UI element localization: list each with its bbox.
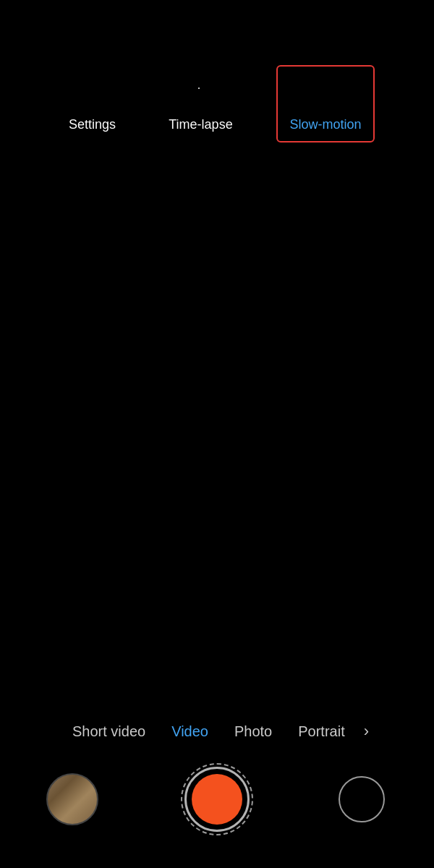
turtle-icon (308, 75, 343, 110)
camera-action-controls (0, 760, 434, 846)
viewfinder (0, 164, 434, 705)
top-mode-bar: Settings (0, 0, 434, 164)
last-photo-thumbnail[interactable] (46, 773, 98, 825)
more-modes-icon[interactable]: › (358, 718, 375, 745)
settings-mode[interactable]: Settings (59, 75, 124, 132)
svg-point-3 (198, 88, 200, 89)
slowmotion-label: Slow-motion (289, 117, 361, 132)
bottom-controls: Short video Video Photo Portrait › (0, 705, 434, 868)
svg-point-0 (88, 88, 96, 97)
tab-photo[interactable]: Photo (221, 719, 285, 744)
timelapse-label: Time-lapse (169, 117, 232, 132)
slowmotion-mode[interactable]: Slow-motion (276, 65, 374, 142)
gear-icon (75, 75, 109, 110)
tab-portrait[interactable]: Portrait (285, 719, 357, 744)
timelapse-mode[interactable]: Time-lapse (168, 75, 233, 132)
tab-video[interactable]: Video (158, 719, 221, 744)
settings-label: Settings (69, 117, 116, 132)
flip-camera-button[interactable] (339, 776, 385, 822)
mode-tabs-bar: Short video Video Photo Portrait › (0, 705, 434, 760)
shutter-ring (184, 767, 250, 832)
shutter-button[interactable] (192, 774, 242, 825)
thumbnail-control (0, 773, 145, 825)
tab-short-video[interactable]: Short video (59, 719, 158, 744)
shutter-control (145, 767, 289, 832)
flip-control (289, 776, 434, 822)
rabbit-icon (183, 75, 218, 110)
camera-screen: Settings (0, 0, 434, 868)
